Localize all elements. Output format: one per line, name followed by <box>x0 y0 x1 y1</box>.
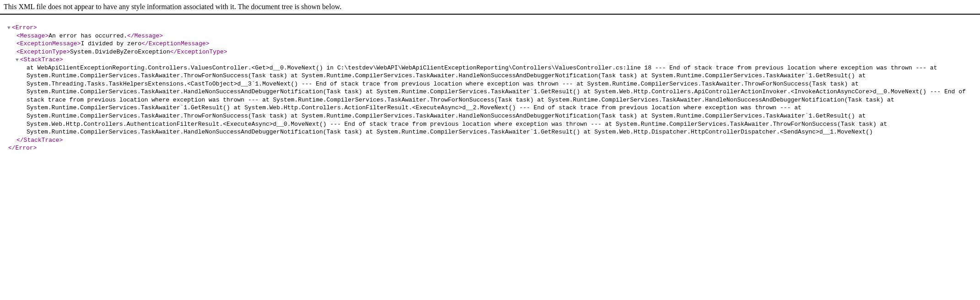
xml-notice-text: This XML file does not appear to have an… <box>4 3 341 11</box>
stacktrace-close-tag: </StackTrace> <box>4 136 976 145</box>
message-text: An error has occurred. <box>49 32 127 39</box>
stacktrace-open-tag[interactable]: ▼<StackTrace> <box>4 56 976 64</box>
tag-extype-open: <ExceptionType> <box>16 48 70 55</box>
xml-tree: ▼<Error> <Message>An error has occurred.… <box>0 15 980 156</box>
exception-type-element: <ExceptionType>System.DivideByZeroExcept… <box>4 48 976 56</box>
error-close-tag: </Error> <box>4 144 976 152</box>
stacktrace-text: at WebApiClientExceptionReporting.Contro… <box>4 64 976 136</box>
chevron-down-icon[interactable]: ▼ <box>7 25 12 32</box>
chevron-down-icon[interactable]: ▼ <box>16 57 20 64</box>
exception-message-text: I divided by zero <box>81 40 141 47</box>
message-element: <Message>An error has occurred.</Message… <box>4 32 976 40</box>
tag-error-close: </Error> <box>8 145 37 151</box>
exception-message-element: <ExceptionMessage>I divided by zero</Exc… <box>4 40 976 48</box>
error-open-tag[interactable]: ▼<Error> <box>4 24 976 32</box>
tag-message-close: </Message> <box>127 32 163 39</box>
tag-exmsg-close: </ExceptionMessage> <box>141 40 209 47</box>
tag-error-open: <Error> <box>12 24 37 31</box>
exception-type-text: System.DivideByZeroException <box>70 48 170 55</box>
tag-message-open: <Message> <box>16 32 49 39</box>
xml-notice-header: This XML file does not appear to have an… <box>0 0 980 15</box>
tag-stacktrace-close: </StackTrace> <box>16 137 63 144</box>
tag-exmsg-open: <ExceptionMessage> <box>16 40 81 47</box>
tag-extype-close: </ExceptionType> <box>170 48 227 55</box>
tag-stacktrace-open: <StackTrace> <box>20 56 63 63</box>
